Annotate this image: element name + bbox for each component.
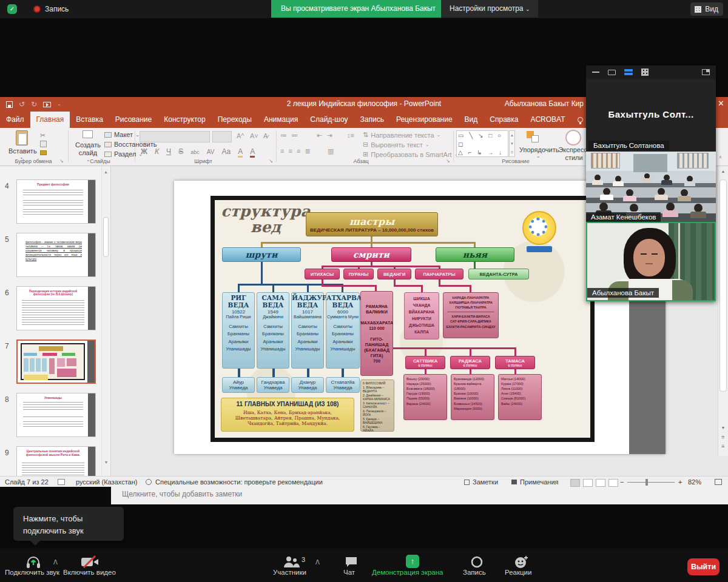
zoom-slider-thumb[interactable] [645,479,648,486]
tab-file[interactable]: Файл [0,112,30,128]
thumbnail-scrollbar[interactable]: ▲ ▼ [101,166,110,484]
popout-panel-icon[interactable] [702,69,710,75]
slide-thumbnail-7-selected[interactable] [16,340,96,384]
next-slide-icon[interactable]: ⇊ [718,444,728,449]
scrollbar-thumb[interactable] [103,217,109,257]
fit-to-window-icon[interactable] [715,479,722,485]
bold-button[interactable]: Ж [141,147,147,156]
font-color-button[interactable]: А [250,147,255,158]
cut-icon[interactable]: ✂ [40,132,46,139]
collapse-ribbon-icon[interactable]: ᶺ [720,155,721,161]
copy-icon[interactable] [40,141,47,147]
stacked-view-icon[interactable] [624,69,633,76]
shrink-font-icon[interactable]: А˅ [250,132,258,139]
align-text-icon: ⊟ [363,141,368,149]
tab-animations[interactable]: Анимация [258,112,304,128]
layout-button[interactable]: Макет⌄ [104,131,140,138]
tab-acrobat[interactable]: ACROBAT [524,112,571,128]
font-name-input[interactable] [140,131,210,142]
slide-thumbnail-5[interactable]: философия – знание о человеческом мире ч… [16,233,96,277]
thumb-accent-bar [88,233,95,276]
columns-icon[interactable]: ▥ [328,147,334,155]
character-spacing-button[interactable]: AV [207,149,215,155]
strikethrough-button[interactable]: S [178,147,183,156]
slide-sorter-view-button[interactable] [583,479,593,487]
tab-help[interactable]: Справка [484,112,524,128]
change-case-button[interactable]: Aa [221,147,231,156]
zoom-level[interactable]: 82% [688,478,701,486]
scroll-up-icon[interactable]: ▲ [718,166,728,173]
shapes-gallery[interactable]: ▭ ╲ ↘ □ ○ ◻△ ⌐ ↳ → ↓ ◇~ ∽ { } ☆ [456,130,508,157]
clipboard-dialog-launcher[interactable]: ↘ [59,158,64,164]
comments-toggle[interactable]: Примечания [511,478,559,486]
zoom-out-icon[interactable]: − [620,478,624,486]
slide-thumbnail-8[interactable]: Упанишады [16,393,96,437]
video-tile-2-classroom[interactable]: Азамат Кенешбеков [586,152,716,222]
alignment-icons[interactable]: ≡ ≡ ≡ ≣ [280,147,312,155]
tab-view[interactable]: Вид [459,112,484,128]
bullets-numbering-icons[interactable]: ≔ ≕ [280,132,299,139]
view-button[interactable]: Вид [690,2,723,16]
align-text-button[interactable]: ⊟Выровнять текст⌄ [363,141,430,149]
close-window-icon[interactable]: ✕ [718,99,724,108]
clear-formatting-icon[interactable]: А̷ [263,132,268,139]
arrange-button[interactable]: Упорядочить⌄ [519,146,557,159]
leave-meeting-button[interactable]: Выйти [687,558,720,575]
language-status[interactable]: русский (Казахстан) [76,478,137,486]
highlight-color-button[interactable]: А [238,147,243,158]
audio-options-chevron[interactable]: ᐱ [53,559,58,566]
tab-transitions[interactable]: Переходы [212,112,258,128]
accessibility-icon [146,479,152,485]
section-icon [104,152,112,157]
participants-chevron[interactable]: ᐱ [315,559,320,566]
scroll-down-icon[interactable]: ▼ [718,426,728,430]
convert-smartart-button[interactable]: ⊞Преобразовать в SmartArt⌄ [363,150,458,158]
slide-thumbnail-6[interactable]: Периодизация истории индийской философии… [16,286,96,330]
tab-design[interactable]: Конструктор [158,112,211,128]
slide-thumbnail-4[interactable]: Предмет философии [16,179,96,224]
normal-view-button[interactable] [570,479,580,487]
security-shield-icon[interactable]: ✓ [7,4,17,14]
tab-draw[interactable]: Рисование [109,112,158,128]
font-dialog-launcher[interactable]: ↘ [269,158,273,164]
quick-styles-button[interactable]: Экспресс- стили [558,146,590,161]
tab-home[interactable]: Главная [30,112,70,128]
tab-review[interactable]: Рецензирование [390,112,459,128]
notes-pane[interactable]: Щелкните, чтобы добавить заметки [111,484,728,504]
font-size-input[interactable] [212,131,232,142]
video-tile-1[interactable]: Бахытгуль Солт... Бахытгуль Солтанова [586,79,716,152]
grow-font-icon[interactable]: А^ [237,132,244,139]
paragraph-dialog-launcher[interactable]: ↘ [446,158,450,164]
indent-icons[interactable]: ⇤ ⇥ [317,132,334,139]
account-name: Абылханова Бакыт Кир [505,99,584,108]
slide-area-scrollbar[interactable]: ▲ ▼ ⇈ ⇊ [718,166,728,456]
text-shadow-button[interactable]: abc [190,149,200,155]
spellcheck-icon[interactable] [58,479,65,485]
underline-button[interactable]: Ч [166,147,171,156]
tab-record[interactable]: Запись [354,112,390,128]
reading-view-button[interactable] [596,479,605,487]
zoom-slider-track[interactable] [627,482,675,483]
previous-slide-icon[interactable]: ⇈ [718,435,728,440]
section-button[interactable]: Раздел⌄ [104,150,143,158]
notes-toggle[interactable]: Заметки [464,478,498,486]
gallery-view-icon[interactable] [641,69,649,76]
speaker-view-icon[interactable] [608,70,616,75]
view-settings-button[interactable]: Настройки просмотра ⌄ [441,0,538,18]
accessibility-status[interactable]: Специальные возможности: проверьте реком… [155,478,323,486]
italic-button[interactable]: К [155,147,159,156]
shapes-gallery-scroll[interactable]: ▲▼≡ [509,130,515,157]
video-layout-controls [586,65,716,79]
text-direction-button[interactable]: ⇅Направление текста⌄ [363,131,440,139]
format-painter-icon[interactable] [40,150,47,155]
scroll-down-icon[interactable]: ▼ [102,460,110,464]
slideshow-view-button[interactable] [608,479,618,487]
minimize-panel-icon[interactable] [592,72,599,73]
scroll-up-icon[interactable]: ▲ [102,166,110,174]
tab-slideshow[interactable]: Слайд-шоу [304,112,354,128]
video-tile-3-speaker[interactable]: Абылханова Бакыт [586,222,716,301]
zoom-in-icon[interactable]: + [678,478,682,486]
line-spacing-icon[interactable]: ↕≡ [347,132,354,139]
scrollbar-thumb[interactable] [720,179,727,392]
tab-insert[interactable]: Вставка [70,112,109,128]
